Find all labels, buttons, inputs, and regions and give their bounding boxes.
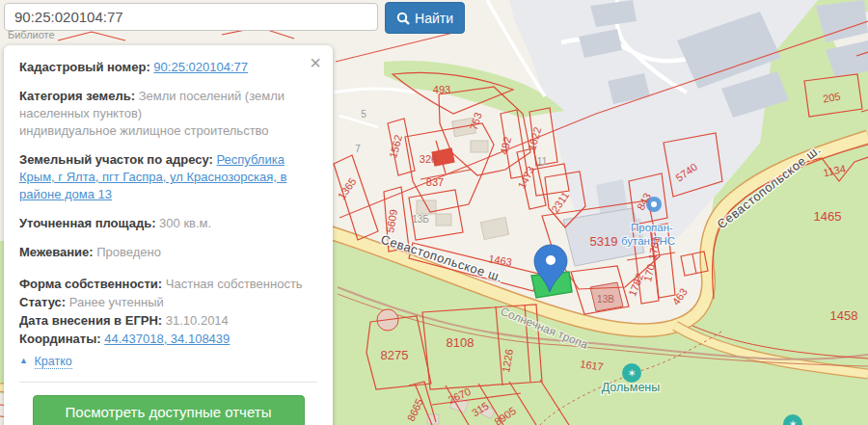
ownership-value: Частная собственность <box>166 277 303 291</box>
close-icon[interactable]: × <box>310 53 321 72</box>
map-label: 8275 <box>381 348 409 362</box>
cadastral-number-label: Кадастровый номер: <box>19 60 150 74</box>
map-label: 5 <box>361 109 366 120</box>
map-label: 493 <box>433 84 450 95</box>
address-label: Земельный участок по адресу: <box>19 152 213 167</box>
cadastral-number-row: Кадастровый номер: 90:25:020104:77 <box>19 59 317 76</box>
survey-value: Проведено <box>96 245 161 259</box>
status-row: Статус: Ранее учтенный <box>19 293 317 311</box>
map-label: Дольмены <box>602 381 661 394</box>
map-label: 1465 <box>814 209 842 224</box>
map-label: 11 <box>537 156 548 167</box>
coordinates-row: Координаты: 44.437018, 34.108439 <box>19 330 317 348</box>
panel-divider <box>19 382 317 383</box>
land-category-label: Категория земель: <box>19 89 135 103</box>
status-label: Статус: <box>19 295 66 309</box>
land-category-extra: индивидуальное жилищное строительство <box>19 122 317 140</box>
search-input[interactable] <box>4 3 378 31</box>
collapse-row: ▲ Кратко <box>19 352 317 370</box>
map-label: Пропан- <box>631 222 673 233</box>
ownership-row: Форма собственности: Частная собственнос… <box>19 275 317 293</box>
cadastral-number-link[interactable]: 90:25:020104:77 <box>153 60 248 74</box>
map-label: 837 <box>426 176 444 188</box>
address-row: Земельный участок по адресу: Республика … <box>19 151 317 203</box>
svg-text:✶: ✶ <box>788 418 797 425</box>
view-reports-button[interactable]: Посмотреть доступные отчеты <box>33 395 305 425</box>
map-label: 8108 <box>447 335 475 350</box>
egrn-date-label: Дата внесения в ЕГРН: <box>19 313 162 328</box>
survey-label: Межевание: <box>19 245 94 259</box>
egrn-date-row: Дата внесения в ЕГРН: 31.10.2014 <box>19 311 317 330</box>
egrn-date-value: 31.10.2014 <box>166 313 229 328</box>
map-label: 7 <box>355 144 361 154</box>
search-button[interactable]: Найти <box>385 2 465 34</box>
map-label: 13В <box>597 294 614 305</box>
collapse-link[interactable]: Кратко <box>35 355 72 369</box>
survey-row: Межевание: Проведено <box>19 244 317 261</box>
area-label: Уточненная площадь: <box>19 216 155 230</box>
ownership-label: Форма собственности: <box>19 277 162 291</box>
search-icon <box>396 12 410 25</box>
land-category-row: Категория земель: Земли поселений (земли… <box>19 88 317 140</box>
map-label: 326 <box>420 153 437 165</box>
collapse-chevron-icon: ▲ <box>19 356 28 365</box>
search-button-label: Найти <box>415 11 453 26</box>
status-value: Ранее учтенный <box>69 295 164 309</box>
coordinates-label: Координаты: <box>19 332 101 346</box>
map-label: 13Б <box>412 214 429 225</box>
map-label: 1458 <box>830 308 858 323</box>
cadastral-info-panel: × Кадастровый номер: 90:25:020104:77 Кат… <box>4 45 333 425</box>
dolmen-poi-icon[interactable]: ✶ <box>622 363 641 383</box>
svg-text:✶: ✶ <box>627 367 636 379</box>
map-label: 5319 <box>590 234 618 249</box>
area-value: 300 кв.м. <box>159 216 211 230</box>
coordinates-link[interactable]: 44.437018, 34.108439 <box>104 332 230 346</box>
area-row: Уточненная площадь: 300 кв.м. <box>19 215 317 232</box>
